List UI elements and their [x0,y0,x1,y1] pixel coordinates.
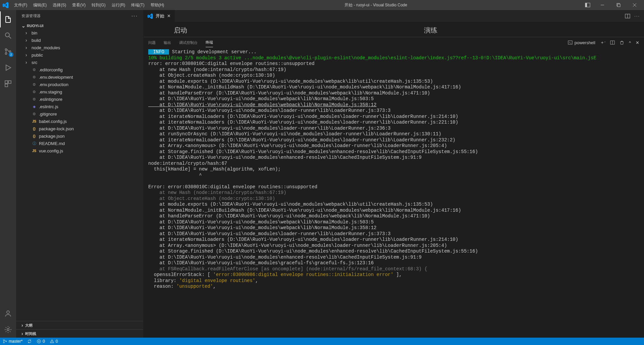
status-bar: master* 0 0 [0,338,644,345]
activity-settings[interactable] [0,322,16,338]
folder-build[interactable]: build [19,37,143,44]
file-gitignore[interactable]: ⚙.gitignore [19,110,143,118]
eslint-icon: ◈ [32,104,37,109]
activity-search[interactable] [0,27,16,44]
file-eslintrc[interactable]: ◈.eslintrc.js [19,103,143,110]
timeline-header[interactable]: 时间线 [16,329,143,338]
svg-point-16 [7,329,9,331]
kill-terminal-icon[interactable] [620,40,624,45]
window-close[interactable] [628,0,641,10]
activity-scm[interactable]: 2 [0,44,16,60]
tab-debug-console[interactable]: 调试控制台 [179,38,198,47]
svg-point-23 [3,342,4,343]
svg-point-7 [5,33,9,37]
activity-run[interactable] [0,60,16,76]
svg-point-10 [5,53,7,55]
window-maximize[interactable] [612,0,625,10]
menu-run[interactable]: 运行(R) [109,1,128,9]
title-bar: 文件(F) 编辑(E) 选择(S) 查看(V) 转到(G) 运行(R) 终端(T… [0,0,644,10]
tab-terminal[interactable]: 终端 [206,38,213,47]
split-editor-icon[interactable] [625,13,630,19]
file-readme[interactable]: ⓘREADME.md [19,140,143,147]
welcome-walkthrough: 演练 [424,26,437,34]
split-terminal-icon[interactable] [610,40,615,45]
activity-bar: 2 [0,10,16,338]
gear-icon: ⚙ [32,67,37,72]
file-vue-config[interactable]: JSvue.config.js [19,147,143,154]
status-branch[interactable]: master* [3,339,22,344]
menu-edit[interactable]: 编辑(E) [31,1,49,9]
js-icon: JS [32,148,37,153]
file-editorconfig[interactable]: ⚙.editorconfig [19,66,143,73]
menu-help[interactable]: 帮助(H) [148,1,167,9]
svg-rect-14 [5,84,8,87]
status-sync[interactable] [27,339,32,344]
file-env-prod[interactable]: ⚙.env.production [19,81,143,88]
new-terminal-icon[interactable]: ＋ˇ [600,40,605,46]
chevron-icon [21,323,23,328]
layout-icon[interactable] [585,2,590,8]
svg-rect-1 [585,3,587,7]
chevron-icon [25,38,30,43]
menu-terminal[interactable]: 终端(T) [128,1,147,9]
tab-output[interactable]: 输出 [164,38,171,47]
activity-account[interactable] [0,305,16,322]
folder-public[interactable]: public [19,51,143,59]
window-title: 开始 - ruoyi-ui - Visual Studio Code [167,2,585,8]
svg-rect-12 [5,81,8,83]
file-eslintignore[interactable]: ⚙.eslintignore [19,95,143,103]
tab-welcome[interactable]: 开始 ✕ [144,10,175,22]
svg-line-8 [9,37,11,39]
terminal-output[interactable]: INFO Starting development server...10% b… [144,48,644,338]
menu-bar: 文件(F) 编辑(E) 选择(S) 查看(V) 转到(G) 运行(R) 终端(T… [11,1,167,9]
menu-goto[interactable]: 转到(G) [89,1,108,9]
folder-node-modules[interactable]: node_modules [19,44,143,51]
close-icon[interactable]: ✕ [167,13,171,18]
svg-point-22 [3,340,4,341]
activity-extensions[interactable] [0,76,16,92]
panel-maximize-icon[interactable]: ^ [629,40,631,45]
svg-rect-4 [618,4,620,7]
chevron-icon [25,52,30,58]
svg-point-24 [6,341,7,342]
file-babel-config[interactable]: JSbabel.config.js [19,118,143,125]
terminal-shell-selector[interactable]: powershell [568,40,595,45]
status-warnings[interactable]: 0 [50,339,58,344]
menu-file[interactable]: 文件(F) [11,1,30,9]
sidebar-title-label: 资源管理器 [21,13,41,18]
activity-explorer[interactable] [0,11,16,27]
svg-point-9 [5,49,7,51]
file-package-lock[interactable]: {}package-lock.json [19,125,143,132]
file-env-dev[interactable]: ⚙.env.development [19,73,143,81]
gear-icon: ⚙ [32,96,37,102]
file-package[interactable]: {}package.json [19,132,143,140]
explorer-project-header[interactable]: RUOYI-UI [16,22,143,29]
more-actions-icon[interactable]: ··· [634,13,640,18]
svg-rect-19 [568,41,572,45]
folder-bin[interactable]: bin [19,29,143,37]
gear-icon: ⚙ [32,111,37,117]
menu-select[interactable]: 选择(S) [50,1,69,9]
editor-area: 开始 ✕ ··· 启动 演练 问题 输出 调试控制台 终端 powers [144,10,644,338]
menu-view[interactable]: 查看(V) [69,1,88,9]
folder-src[interactable]: src [19,59,143,66]
status-errors[interactable]: 0 [37,339,45,344]
svg-point-29 [52,342,52,342]
panel-tabs: 问题 输出 调试控制台 终端 powershell ＋ˇ ^ ✕ [144,37,644,48]
panel-close-icon[interactable]: ✕ [636,40,639,45]
project-name: RUOYI-UI [27,24,44,28]
chevron-icon [25,45,30,50]
window-minimize[interactable] [596,0,609,10]
chevron-down-icon [21,23,25,28]
scm-badge: 2 [9,52,13,57]
editor-tabs: 开始 ✕ ··· [144,10,644,22]
gear-icon: ⚙ [32,74,37,80]
file-env-staging[interactable]: ⚙.env.staging [19,88,143,95]
json-icon: {} [32,126,37,131]
chevron-icon [21,331,23,336]
tab-problems[interactable]: 问题 [148,38,156,47]
sidebar-more-icon[interactable]: ··· [131,13,138,19]
outline-header[interactable]: 大纲 [16,321,143,329]
gear-icon: ⚙ [32,82,37,87]
info-icon: ⓘ [32,141,37,146]
